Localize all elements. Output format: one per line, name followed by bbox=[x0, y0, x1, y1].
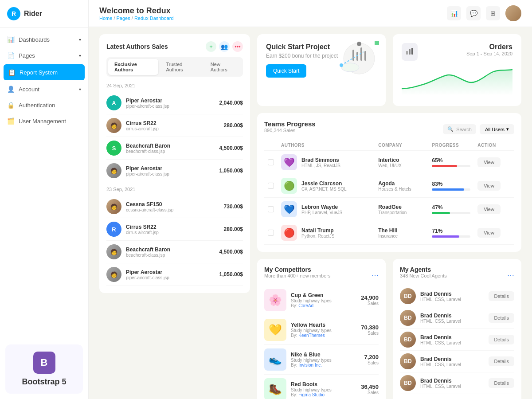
agent-avatar: BD bbox=[400, 375, 416, 391]
comp-by: By: CoreAd bbox=[291, 303, 356, 308]
sidebar-item-account[interactable]: 👤 Account ▾ bbox=[0, 81, 88, 97]
row-checkbox[interactable] bbox=[268, 206, 274, 212]
author-skills: HTML, JS, ReactJS bbox=[301, 163, 340, 168]
line-chart bbox=[402, 64, 512, 95]
list-item: 🥾 Red Boots Study highway types By: Figm… bbox=[264, 375, 379, 399]
row-checkbox[interactable] bbox=[268, 159, 274, 165]
qs-subtitle: Earn $200 bonu for the project bbox=[266, 53, 377, 59]
avatar-image bbox=[505, 5, 521, 21]
col-progress: PROGRESS bbox=[428, 140, 474, 151]
content-area: Latest Authors Sales + 👥 ••• Exclusive A… bbox=[89, 27, 532, 399]
teams-progress-card: Teams Progress 890,344 Sales 🔍 Search Al… bbox=[257, 113, 521, 252]
latest-authors-card: Latest Authors Sales + 👥 ••• Exclusive A… bbox=[99, 34, 250, 293]
tab-trusted[interactable]: Trusted Authors bbox=[160, 59, 203, 75]
filter-button[interactable]: All Users ▾ bbox=[480, 124, 514, 134]
sidebar-item-pages[interactable]: 📄 Pages ▾ bbox=[0, 47, 88, 63]
author-file: cirrus-aircraft.jsp bbox=[126, 126, 224, 131]
user-avatar[interactable] bbox=[505, 5, 521, 21]
sidebar-item-report-system[interactable]: 📋 Report System bbox=[4, 64, 85, 80]
agent-avatar: BD bbox=[400, 332, 416, 348]
chevron-down-icon: ▾ bbox=[79, 37, 81, 42]
teams-subtitle: 890,344 Sales bbox=[264, 128, 316, 133]
author-amount: 730.00$ bbox=[224, 203, 243, 210]
orders-card: Orders Sep 1 - Sep 14, 2020 bbox=[393, 34, 521, 106]
table-row: 🟢 Jessie Clarcson C#, ASP.NET, MS SQL Ag… bbox=[264, 174, 514, 198]
search-box[interactable]: 🔍 Search bbox=[443, 124, 476, 134]
details-button[interactable]: Details bbox=[489, 313, 514, 323]
comp-sub: Study highway types bbox=[291, 298, 356, 303]
author-name: Cessna SF150 bbox=[126, 201, 224, 207]
agent-avatar: BD bbox=[400, 310, 416, 326]
tab-exclusive[interactable]: Exclusive Authors bbox=[108, 59, 158, 75]
agents-menu-icon[interactable]: ⋯ bbox=[507, 271, 514, 279]
author-amount: 280.00$ bbox=[224, 226, 243, 232]
progress-pct: 65% bbox=[432, 157, 470, 164]
competitors-menu-icon[interactable]: ⋯ bbox=[372, 271, 379, 279]
menu-button[interactable]: ••• bbox=[232, 41, 243, 52]
comp-name: Cup & Green bbox=[291, 292, 356, 298]
details-button[interactable]: Details bbox=[489, 291, 514, 301]
grid-icon-button[interactable]: ⊞ bbox=[486, 6, 500, 20]
row-checkbox[interactable] bbox=[268, 230, 274, 236]
list-item: 🧑 Cessna SF150 cessna-aircraft-class.jsp… bbox=[106, 196, 243, 218]
left-panel: Latest Authors Sales + 👥 ••• Exclusive A… bbox=[99, 34, 250, 399]
breadcrumb-home: Home bbox=[99, 16, 112, 21]
view-button[interactable]: View bbox=[477, 204, 501, 214]
sidebar-item-label: Authentication bbox=[19, 102, 55, 109]
row-checkbox[interactable] bbox=[268, 183, 274, 189]
progress-bar bbox=[432, 235, 470, 238]
agents-header: My Agents 348 New Cool Agents ⋯ bbox=[400, 266, 514, 284]
avatar: A bbox=[106, 95, 121, 110]
agent-avatar: BD bbox=[400, 353, 416, 369]
agent-sub: HTML, CSS, Laravel bbox=[420, 384, 484, 389]
author-file: piper-aircraft-class.jsp bbox=[126, 172, 219, 176]
dashboards-icon: 📊 bbox=[7, 36, 14, 43]
sidebar-footer: B Bootstrap 5 bbox=[5, 344, 83, 394]
agent-name: Brad Dennis bbox=[420, 313, 484, 319]
comp-name: Nike & Blue bbox=[291, 352, 360, 358]
chart-icon-button[interactable]: 📊 bbox=[447, 6, 461, 20]
sidebar-item-label: Pages bbox=[19, 52, 35, 59]
teams-title-area: Teams Progress 890,344 Sales bbox=[264, 120, 316, 138]
list-item: 🌸 Cup & Green Study highway types By: Co… bbox=[264, 286, 379, 315]
comp-sales: 24,900 bbox=[361, 294, 379, 301]
author-name: Piper Aerostar bbox=[126, 165, 219, 172]
details-button[interactable]: Details bbox=[489, 378, 514, 388]
chat-icon-button[interactable]: 💬 bbox=[466, 6, 481, 20]
progress-pct: 83% bbox=[432, 181, 470, 187]
author-name: Piper Aerostar bbox=[126, 269, 219, 275]
details-button[interactable]: Details bbox=[489, 356, 514, 366]
add-button[interactable]: + bbox=[206, 41, 216, 52]
details-button[interactable]: Details bbox=[489, 335, 514, 344]
breadcrumb-pages: Pages bbox=[117, 16, 130, 21]
quick-start-button[interactable]: Quick Start bbox=[266, 64, 306, 78]
author-list-1: A Piper Aerostar piper-aircraft-class.js… bbox=[106, 92, 243, 182]
sidebar-item-dashboards[interactable]: 📊 Dashboards ▾ bbox=[0, 31, 88, 47]
col-company: COMPANY bbox=[375, 140, 428, 151]
search-icon: 🔍 bbox=[447, 126, 454, 132]
breadcrumb: Home / Pages / Redux Dashboard bbox=[99, 16, 174, 21]
avatar: S bbox=[106, 141, 121, 156]
sidebar-item-user-management[interactable]: 🗂️ User Management bbox=[0, 113, 88, 129]
teams-table: AUTHORS COMPANY PROGRESS ACTION 💜 Brad S… bbox=[264, 140, 514, 245]
col-authors: AUTHORS bbox=[278, 140, 375, 151]
comp-sales: 36,450 bbox=[361, 383, 379, 390]
users-button[interactable]: 👥 bbox=[219, 41, 230, 52]
sidebar-item-authentication[interactable]: 🔒 Authentication bbox=[0, 97, 88, 113]
author-file: beachcraft-class.jsp bbox=[126, 253, 219, 258]
orders-chart bbox=[402, 64, 512, 97]
list-item: BD Brad Dennis HTML, CSS, Laravel Detail… bbox=[400, 372, 514, 394]
author-name: Beachcraft Baron bbox=[126, 143, 219, 149]
comp-by: By: Figma Studio bbox=[291, 392, 356, 397]
view-button[interactable]: View bbox=[477, 228, 501, 238]
tab-new[interactable]: New Authors bbox=[204, 59, 241, 75]
list-item: BD Brad Dennis HTML, CSS, Laravel Detail… bbox=[400, 307, 514, 329]
orders-title-area: Orders Sep 1 - Sep 14, 2020 bbox=[466, 43, 512, 56]
col-action: ACTION bbox=[474, 140, 514, 151]
sidebar-item-label: Report System bbox=[20, 69, 58, 76]
agent-sub: HTML, CSS, Laravel bbox=[420, 362, 484, 367]
view-button[interactable]: View bbox=[477, 181, 501, 191]
account-icon: 👤 bbox=[7, 86, 14, 93]
view-button[interactable]: View bbox=[477, 157, 501, 167]
agent-name: Brad Dennis bbox=[420, 356, 484, 362]
